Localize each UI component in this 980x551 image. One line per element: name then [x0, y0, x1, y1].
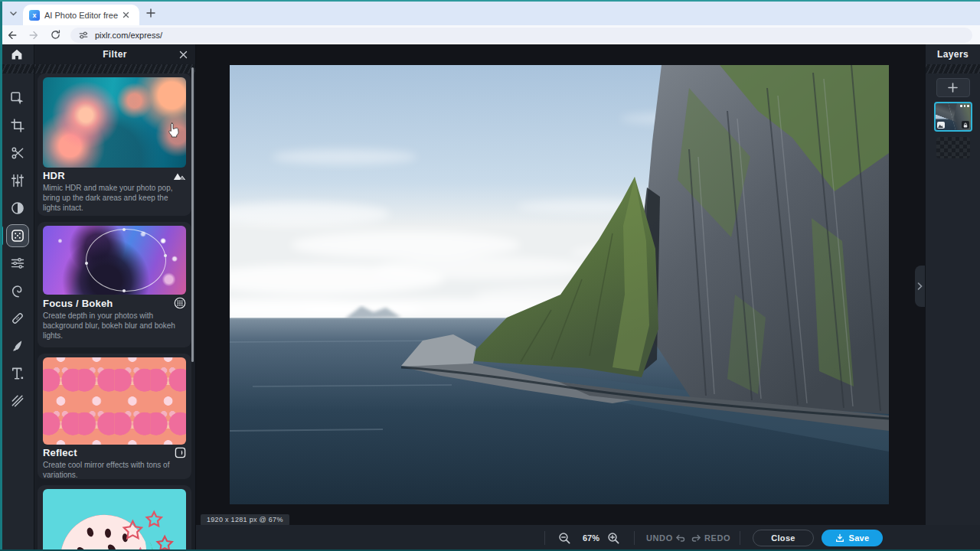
- image-layer-badge-icon: [937, 122, 945, 129]
- card-title: HDR: [43, 170, 65, 181]
- tool-pattern[interactable]: [0, 387, 34, 415]
- bottom-bar: 67% UNDO REDO Close Save: [196, 525, 980, 551]
- browser-address-bar: pixlr.com/express/: [0, 25, 980, 44]
- save-button-label: Save: [849, 533, 870, 543]
- liquify-spiral-icon: [10, 283, 25, 298]
- divider: [634, 531, 635, 545]
- tool-arrange[interactable]: [0, 84, 34, 112]
- adjust-sliders-icon: [10, 173, 25, 188]
- home-button[interactable]: [0, 44, 34, 64]
- pixlr-editor: Filter HDR Mimic HDR and make your photo…: [0, 44, 980, 551]
- redo-button[interactable]: REDO: [704, 525, 730, 551]
- hdr-thumbnail[interactable]: [43, 77, 186, 168]
- text-icon: [10, 366, 25, 381]
- undo-icon[interactable]: [674, 531, 688, 545]
- filter-card-list: HDR Mimic HDR and make your photo pop, b…: [34, 73, 195, 551]
- card-description: Mimic HDR and make your photo pop, bring…: [43, 183, 186, 214]
- partial-card-thumbnail[interactable]: [43, 489, 186, 551]
- zoom-out-button[interactable]: [557, 531, 571, 545]
- divider: [544, 531, 545, 545]
- arrange-icon: [9, 90, 25, 106]
- zoom-level[interactable]: 67%: [577, 525, 605, 551]
- filter-card-hdr[interactable]: HDR Mimic HDR and make your photo pop, b…: [38, 73, 191, 216]
- panel-expand-handle[interactable]: [915, 266, 925, 307]
- zoom-out-icon: [558, 532, 571, 545]
- toolbar-divider-hatch: [0, 64, 34, 73]
- add-layer-button[interactable]: [936, 78, 970, 97]
- layers-panel-title: Layers: [937, 49, 969, 60]
- mirror-icon: [175, 447, 186, 458]
- filter-icon: [10, 228, 25, 243]
- redo-icon[interactable]: [689, 531, 703, 545]
- mouse-cursor-hand: [168, 122, 181, 142]
- filter-panel-title: Filter: [103, 49, 127, 60]
- pixlr-favicon: x: [29, 10, 40, 21]
- contrast-icon: [10, 201, 25, 216]
- photo-fjord-cliff[interactable]: [230, 65, 889, 504]
- filter-card-focus-bokeh[interactable]: Focus / Bokeh Create depth in your photo…: [38, 222, 191, 347]
- lock-icon[interactable]: [962, 121, 969, 129]
- undo-button[interactable]: UNDO: [646, 525, 673, 551]
- card-title: Focus / Bokeh: [43, 298, 113, 309]
- zoom-in-button[interactable]: [606, 531, 620, 545]
- layers-panel: Layers: [925, 44, 980, 525]
- tab-list-chevron-icon[interactable]: [7, 7, 19, 19]
- browser-tab[interactable]: x AI Photo Editor free : Pixlr Expre: [23, 5, 139, 25]
- site-settings-tune-icon[interactable]: [78, 30, 89, 41]
- diagonal-lines-icon: [10, 393, 25, 409]
- card-description: Create depth in your photos with backgro…: [43, 311, 186, 341]
- card-description: Create cool mirror effects with tons of …: [43, 460, 186, 479]
- panel-scrollbar[interactable]: [191, 67, 194, 362]
- tool-draw[interactable]: [0, 332, 34, 360]
- scissors-icon: [10, 145, 25, 161]
- tool-liquify[interactable]: [0, 277, 34, 305]
- tool-crop[interactable]: [0, 112, 34, 139]
- frame-edge-top: [0, 0, 980, 2]
- save-button[interactable]: Save: [822, 530, 883, 546]
- focus-ring-overlay: [86, 229, 166, 292]
- tool-retouch[interactable]: [0, 305, 34, 332]
- tool-cut-out[interactable]: [0, 139, 34, 167]
- chevron-right-icon: [917, 282, 923, 290]
- tool-text[interactable]: [0, 360, 34, 387]
- layer-menu-dots-icon[interactable]: [960, 105, 969, 107]
- new-tab-icon[interactable]: [144, 6, 157, 19]
- close-button-label: Close: [771, 533, 795, 543]
- filter-card-partial[interactable]: [38, 485, 191, 551]
- tool-filter[interactable]: [0, 222, 34, 249]
- tab-close-icon[interactable]: [122, 11, 129, 18]
- tool-contrast[interactable]: [0, 194, 34, 222]
- editor-canvas[interactable]: 1920 x 1281 px @ 67%: [196, 44, 925, 525]
- reflect-thumbnail[interactable]: [43, 357, 186, 445]
- forward-icon[interactable]: [24, 28, 43, 43]
- tool-adjust[interactable]: [0, 167, 34, 194]
- filter-card-reflect[interactable]: Reflect Create cool mirror effects with …: [38, 354, 191, 479]
- tool-effects[interactable]: [0, 249, 34, 277]
- back-icon[interactable]: [3, 28, 21, 43]
- watermelon-art: [43, 489, 186, 551]
- card-title: Reflect: [43, 447, 77, 458]
- close-button[interactable]: Close: [753, 530, 814, 546]
- filter-panel: Filter HDR Mimic HDR and make your photo…: [34, 44, 196, 551]
- panel-divider-hatch: [926, 64, 980, 73]
- filter-panel-close-icon[interactable]: [178, 50, 188, 60]
- panel-divider-hatch: [34, 64, 195, 73]
- reload-icon[interactable]: [46, 28, 64, 43]
- crop-icon: [10, 118, 25, 133]
- zoom-in-icon: [607, 532, 620, 545]
- brush-icon: [11, 339, 24, 353]
- focus-bokeh-thumbnail[interactable]: [43, 226, 186, 295]
- url-input[interactable]: pixlr.com/express/: [70, 28, 972, 43]
- layer-thumbnail-background[interactable]: [936, 137, 970, 158]
- plus-icon: [948, 83, 958, 93]
- bokeh-icon: [174, 297, 186, 309]
- effects-sliders-icon: [10, 256, 25, 271]
- url-text: pixlr.com/express/: [95, 31, 162, 40]
- layer-thumbnail-selected[interactable]: [934, 102, 972, 132]
- home-icon: [10, 47, 24, 61]
- divider: [740, 531, 740, 545]
- left-toolbar: [0, 44, 34, 551]
- landscape-icon: [173, 171, 186, 181]
- tab-title: AI Photo Editor free : Pixlr Expre: [44, 11, 119, 20]
- frame-edge-left: [0, 0, 2, 551]
